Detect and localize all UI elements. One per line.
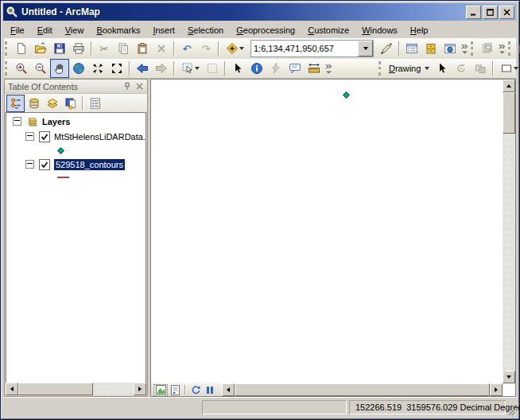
layer-symbol-point[interactable] [6,145,146,156]
scrollbar-thumb[interactable] [18,383,93,395]
shape-tool-button[interactable] [496,59,520,78]
menu-bookmarks[interactable]: Bookmarks [90,24,146,37]
delete-button[interactable] [152,39,171,58]
measure-button[interactable] [305,59,324,78]
menu-customize[interactable]: Customize [301,24,355,37]
close-panel-icon[interactable] [135,82,144,91]
toolbar-overflow-button[interactable] [324,60,334,77]
toolbar-overflow-button[interactable] [497,40,507,57]
save-button[interactable] [50,39,69,58]
viewer-button-disabled[interactable] [478,39,497,58]
menu-selection[interactable]: Selection [181,24,230,37]
rotate-button-disabled[interactable] [452,59,471,78]
collapse-icon[interactable] [13,117,21,126]
toolbar-grip[interactable] [378,61,383,76]
list-by-source-button[interactable] [25,95,43,112]
new-document-button[interactable] [12,39,31,58]
maximize-button[interactable] [483,6,498,19]
menu-geoprocessing[interactable]: Geoprocessing [230,24,301,37]
scroll-right-button[interactable] [490,383,503,396]
menu-edit[interactable]: Edit [31,24,59,37]
scrollbar-track[interactable] [503,134,515,371]
data-view-button[interactable] [153,384,168,396]
select-elements-button[interactable] [228,59,247,78]
layer-visibility-checkbox[interactable] [39,131,50,142]
catalog-window-button[interactable] [421,39,440,58]
layers-root-label[interactable]: Layers [42,117,70,126]
menu-file[interactable]: File [4,24,31,37]
zoom-in-button[interactable] [12,59,31,78]
arcmap-app-icon [6,6,18,18]
paste-button[interactable] [133,39,152,58]
search-window-button[interactable] [440,39,460,58]
fixed-zoom-out-button[interactable] [107,59,126,78]
hyperlink-button-disabled[interactable] [266,59,285,78]
pin-icon[interactable] [122,82,132,91]
toolbar-grip[interactable] [5,41,10,56]
email-button-disabled[interactable] [515,39,520,58]
cut-button[interactable]: ✂ [95,39,114,58]
layout-view-button[interactable] [168,384,182,396]
toolbar-grip[interactable] [508,41,513,56]
scrollbar-thumb[interactable] [503,92,515,134]
scroll-left-button[interactable] [222,383,235,396]
refresh-button[interactable] [188,384,203,396]
tree-item-contours-layer[interactable]: 529518_contours [6,158,146,171]
map-scale-input[interactable] [251,42,358,55]
editor-toolbar-button[interactable] [377,39,396,58]
scroll-down-button[interactable] [503,371,515,383]
go-forward-extent-button[interactable] [152,59,171,78]
scrollbar-thumb[interactable] [235,383,490,396]
menu-insert[interactable]: Insert [146,24,181,37]
map-point-feature [343,91,350,99]
redo-button[interactable]: ↷ [196,39,215,58]
list-by-selection-button[interactable] [61,95,80,112]
scrollbar-track[interactable] [93,383,134,395]
toolbar-grip[interactable] [471,41,475,56]
collapse-icon[interactable] [25,160,34,169]
pause-drawing-button[interactable] [203,384,217,396]
scroll-right-button[interactable] [134,383,146,395]
zoom-out-button[interactable] [31,59,50,78]
layer-symbol-line[interactable] [6,173,146,182]
scroll-up-button[interactable] [503,80,515,92]
list-by-drawing-order-button[interactable] [6,95,25,112]
tree-item-lidar-layer[interactable]: MtStHelensLiDARData.t [6,130,146,143]
pan-tool-button[interactable] [50,59,69,78]
menu-view[interactable]: View [59,24,91,37]
map-scale-dropdown-button[interactable] [358,41,373,56]
html-popup-button[interactable] [285,59,305,78]
menu-help[interactable]: Help [404,24,435,37]
full-extent-button[interactable] [69,59,88,78]
table-of-contents-window-button[interactable] [402,39,421,58]
fixed-zoom-in-button[interactable] [88,59,107,78]
tree-item-layers[interactable]: Layers [6,115,146,128]
map-canvas[interactable] [151,80,503,383]
toolbar-grip[interactable] [5,61,10,76]
resize-grip-icon[interactable] [506,406,516,416]
scroll-left-button[interactable] [6,383,18,395]
print-button[interactable] [69,39,88,58]
identify-button[interactable] [247,59,266,78]
layer-label[interactable]: MtStHelensLiDARData.t [54,132,146,142]
layer-label-selected[interactable]: 529518_contours [54,159,125,170]
drawing-menu-button[interactable]: Drawing [386,62,433,75]
minimize-button[interactable] [466,6,481,19]
add-data-button[interactable] [222,39,247,58]
clear-selection-button-disabled[interactable] [203,59,222,78]
collapse-icon[interactable] [25,132,34,141]
toc-options-button[interactable] [86,95,104,112]
copy-button[interactable] [114,39,133,58]
layer-visibility-checkbox[interactable] [39,159,50,170]
open-button[interactable] [31,39,50,58]
list-by-visibility-button[interactable] [43,95,61,112]
select-features-button[interactable] [177,59,203,78]
menu-windows[interactable]: Windows [355,24,404,37]
go-back-extent-button[interactable] [133,59,152,78]
undo-button[interactable]: ↶ [177,39,196,58]
minimize-icon [470,9,477,16]
close-button[interactable] [499,6,514,19]
drawing-select-elements-button[interactable] [433,59,452,78]
edit-vertices-button-disabled[interactable] [471,59,490,78]
toolbar-overflow-button[interactable] [460,40,470,57]
